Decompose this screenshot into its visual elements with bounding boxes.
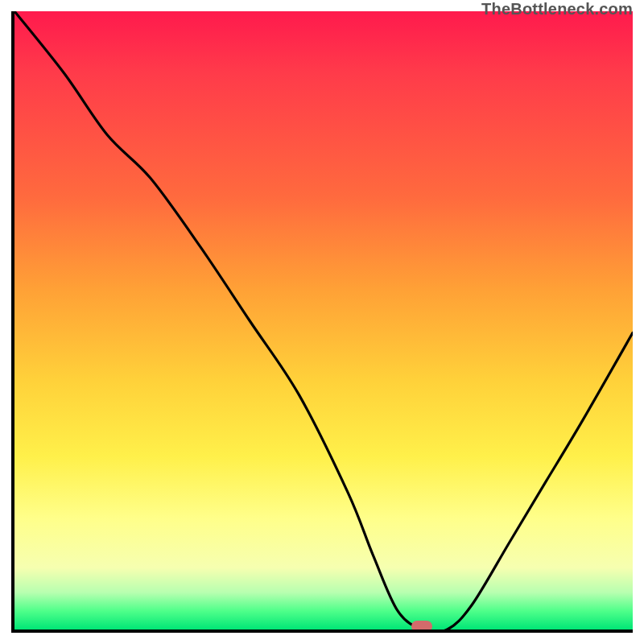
bottleneck-chart: TheBottleneck.com bbox=[0, 0, 644, 644]
bottleneck-curve bbox=[14, 11, 633, 630]
curve-layer bbox=[14, 11, 633, 630]
watermark-text: TheBottleneck.com bbox=[481, 0, 633, 19]
current-config-marker bbox=[411, 621, 432, 632]
plot-area bbox=[11, 11, 633, 633]
